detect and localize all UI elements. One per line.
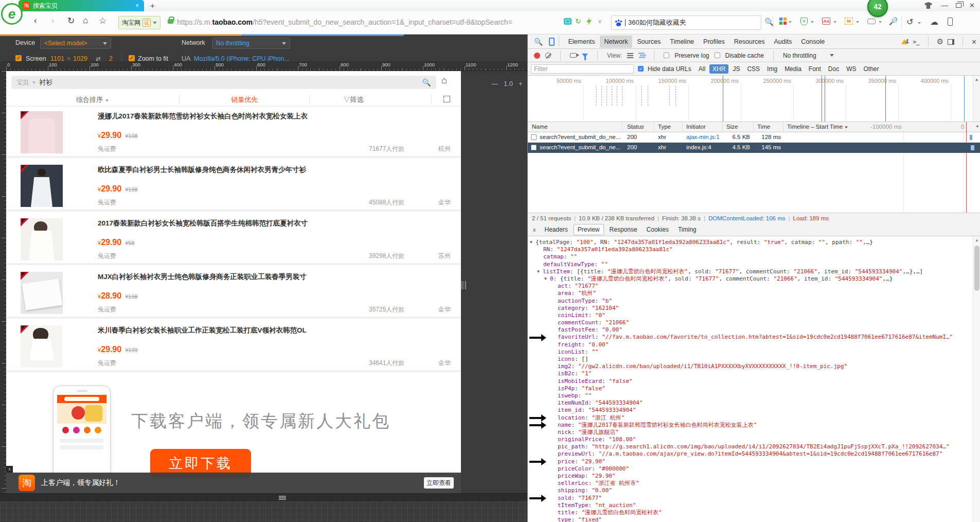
favorites-star-icon[interactable]: ☆ <box>99 15 106 26</box>
product-card[interactable]: 2017春装新款白衬衫女长袖宽松韩版百搭学生纯棉韩范打底夏衬衣寸 ¥29.90¥… <box>6 214 461 265</box>
filter-type-all[interactable]: All <box>696 64 708 74</box>
tab-network[interactable]: Network <box>600 36 633 48</box>
coupon-icon[interactable]: M <box>845 18 853 25</box>
disable-cache-checkbox[interactable] <box>715 53 720 58</box>
waterfall-view-icon[interactable] <box>638 53 645 54</box>
console-drawer-icon[interactable]: >_ <box>913 39 919 45</box>
extensions-grid-icon[interactable] <box>779 18 787 25</box>
json-line[interactable]: item_id: "544593334904" <box>528 407 973 414</box>
network-request-row[interactable]: search?event_submit_do_ne... 200 xhr aja… <box>528 132 980 143</box>
tab-profiles[interactable]: Profiles <box>699 36 729 48</box>
password-key-icon[interactable]: 🔎 <box>889 17 898 25</box>
detail-tab-headers[interactable]: Headers <box>541 224 572 235</box>
warnings-indicator[interactable]: 4 <box>901 38 909 45</box>
expander-icon[interactable]: ▼ <box>530 239 536 246</box>
chevron-down-icon[interactable] <box>789 21 792 23</box>
tab-audits[interactable]: Audits <box>770 36 797 48</box>
clear-button[interactable] <box>545 53 551 58</box>
settings-gear-icon[interactable]: ⚙ <box>937 37 943 46</box>
chevron-down-icon[interactable] <box>811 21 814 23</box>
scroll-up-icon[interactable]: ▲ <box>973 236 980 242</box>
back-button[interactable]: ‹ <box>34 15 37 26</box>
json-line[interactable]: iconList: "" <box>528 349 973 356</box>
filter-type-media[interactable]: Media <box>781 64 805 74</box>
detail-tab-preview[interactable]: Preview <box>574 224 604 235</box>
json-line[interactable]: iswebp: "" <box>528 392 973 399</box>
grid-view-icon[interactable] <box>443 96 450 102</box>
json-line[interactable]: commentCount: "21066" <box>528 319 973 326</box>
json-line[interactable]: img2: "//gw2.alicdn.com/bao/uploaded/i1/… <box>528 363 973 370</box>
product-card[interactable]: MJX白衬衫长袖衬衣男士纯色韩版修身商务正装职业工装春季男装寸 ¥28.90¥1… <box>6 267 461 319</box>
json-line[interactable]: auctionType: "b" <box>528 298 973 305</box>
search-box[interactable]: 360如何隐藏收藏夹 <box>611 15 761 30</box>
column-type[interactable]: Type <box>658 124 671 130</box>
preserve-log-checkbox[interactable] <box>664 53 669 58</box>
site-identity-chip[interactable]: 淘宝网 证 <box>118 16 161 29</box>
tab-timeline[interactable]: Timeline <box>665 36 699 48</box>
column-name[interactable]: Name <box>532 124 548 130</box>
search-category[interactable]: 宝贝 <box>16 78 29 87</box>
expander-icon[interactable]: ▼ <box>537 268 543 275</box>
column-size[interactable]: Size <box>726 124 738 130</box>
scrollbar-thumb[interactable] <box>974 246 979 291</box>
column-timeline[interactable]: Timeline – Start Time <box>787 124 848 130</box>
json-scrollbar[interactable]: ▲ <box>973 236 980 522</box>
refresh-mode-icon[interactable]: ↻ <box>575 17 581 25</box>
network-request-row[interactable]: search?event_submit_do_ne... 200 xhr ind… <box>528 143 980 153</box>
devtools-close-icon[interactable]: ✕ <box>971 38 977 46</box>
json-line[interactable]: RN: "1247da357a01f1eda392a806233aa81c" <box>528 246 973 253</box>
filter-funnel-icon[interactable] <box>582 54 588 57</box>
json-line[interactable]: sold: "71677" <box>528 495 973 502</box>
detail-tab-cookies[interactable]: Cookies <box>643 224 672 235</box>
refresh-button[interactable]: ↻ <box>67 15 75 26</box>
undo-icon[interactable]: ↺ <box>906 17 913 27</box>
product-image[interactable] <box>21 218 63 260</box>
tab-console[interactable]: Console <box>796 36 829 48</box>
chevron-down-icon[interactable] <box>879 21 882 23</box>
hide-data-urls-checkbox[interactable]: ✓ <box>638 66 644 72</box>
theme-skin-icon[interactable] <box>924 2 932 10</box>
search-icon[interactable]: 🔍 <box>422 78 431 86</box>
chevron-down-icon[interactable] <box>856 21 859 23</box>
filter-type-css[interactable]: CSS <box>744 64 763 74</box>
tab-resources[interactable]: Resources <box>729 36 770 48</box>
json-line[interactable]: pic_path: "http://g.search1.alicdn.com/i… <box>528 443 973 450</box>
json-line[interactable]: nick: "漫娜儿旗舰店" <box>528 429 973 436</box>
addressbar-dropdown-icon[interactable]: ∨ <box>598 18 602 25</box>
product-image[interactable] <box>21 165 63 207</box>
json-line[interactable]: originalPrice: "108.00" <box>528 436 973 443</box>
json-line[interactable]: previewUrl: "//a.m.taobao.com/ajax/pre_v… <box>528 450 973 458</box>
json-line[interactable]: shipping: "0.00" <box>528 487 973 494</box>
product-card[interactable]: 欧比森夏季白衬衫男士长袖韩版修身纯色商务休闲衬衣男青少年寸衫 ¥29.90¥19… <box>6 160 461 212</box>
close-icon[interactable]: x <box>6 466 13 473</box>
screenshot-icon[interactable] <box>564 18 572 25</box>
json-line[interactable]: category: "162104" <box>528 305 973 312</box>
chevron-down-icon[interactable] <box>833 21 836 23</box>
product-image[interactable] <box>21 272 63 314</box>
product-image[interactable] <box>21 111 63 153</box>
request-checkbox[interactable] <box>531 145 537 150</box>
filter-input[interactable]: Filter <box>531 64 634 74</box>
devtools-splitter-grip[interactable] <box>461 281 466 289</box>
list-view-icon[interactable] <box>627 53 633 54</box>
browser-logo[interactable]: e <box>1 3 23 25</box>
new-tab-button[interactable]: + <box>150 1 155 10</box>
json-line[interactable]: title: "漫娜儿雪纺白色时尚宽松衬衣" <box>528 509 973 516</box>
minimize-button[interactable]: — <box>941 2 948 9</box>
filter-type-other[interactable]: Other <box>861 64 882 74</box>
json-line[interactable]: isB2c: "1" <box>528 370 973 377</box>
tab-sources[interactable]: Sources <box>632 36 665 48</box>
filter-type-img[interactable]: Img <box>764 64 780 74</box>
json-line[interactable]: defaultViewType: "" <box>528 261 973 268</box>
product-image[interactable] <box>21 325 63 368</box>
json-line[interactable]: price: "29.90" <box>528 458 973 465</box>
active-tab[interactable]: 淘 搜索宝贝 × <box>19 0 144 11</box>
screen-checkbox[interactable]: ✓ <box>15 55 22 61</box>
search-query[interactable]: 衬衫 <box>39 78 419 87</box>
json-line[interactable]: priceColor: "#000000" <box>528 465 973 473</box>
money-shield-icon[interactable]: ¥ <box>800 18 808 25</box>
waterfall-scrollbar[interactable]: ▲ <box>973 76 980 122</box>
json-line[interactable]: ▼0: {title: "漫娜儿雪纺白色时尚宽松衬衣", sold: "7167… <box>528 275 973 283</box>
json-line[interactable]: catmap: "" <box>528 253 973 260</box>
network-overview-waterfall[interactable]: ▲ 50000 ms100000 ms150000 ms200000 ms250… <box>528 76 980 122</box>
